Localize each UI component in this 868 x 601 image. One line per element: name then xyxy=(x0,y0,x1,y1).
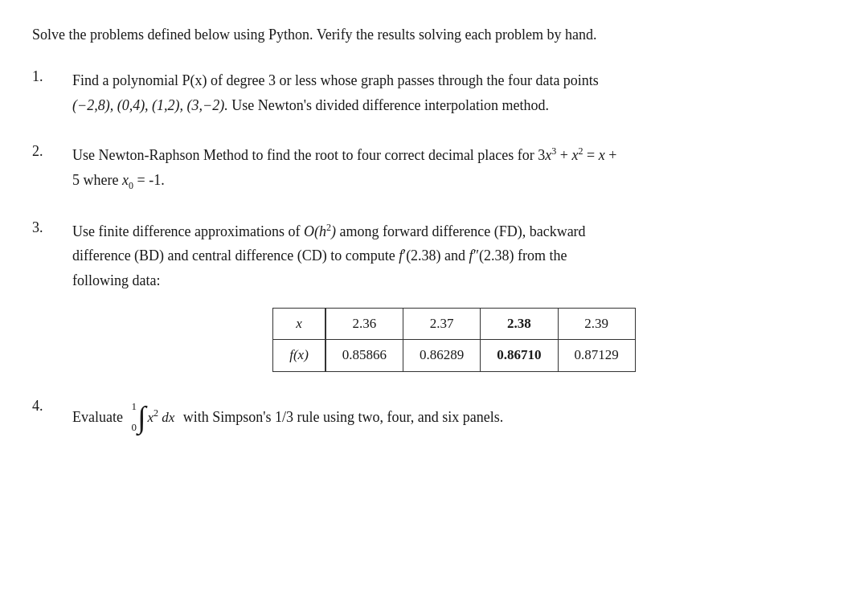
table-header-row: x 2.36 2.37 2.38 2.39 xyxy=(273,308,636,340)
table-fx-238-bold: 0.86710 xyxy=(497,347,541,362)
problem-4: 4. Evaluate 1 0 ∫ x2 dx with Simpson's 1… xyxy=(32,398,836,436)
problem-1-content: Find a polynomial P(x) of degree 3 or le… xyxy=(72,68,836,117)
problem-1: 1. Find a polynomial P(x) of degree 3 or… xyxy=(32,68,836,117)
problem-3: 3. Use finite difference approximations … xyxy=(32,219,836,373)
problem-1-text-before: Find a polynomial P(x) of degree 3 or le… xyxy=(72,72,599,88)
table-x-238-bold: 2.38 xyxy=(507,316,531,331)
problem-4-label: Evaluate xyxy=(72,405,123,430)
table-x-236: 2.36 xyxy=(326,308,403,340)
integral-expression: 1 0 ∫ x2 dx xyxy=(131,398,174,436)
problems-list: 1. Find a polynomial P(x) of degree 3 or… xyxy=(32,68,836,437)
table-fx-238: 0.86710 xyxy=(481,340,558,372)
table-fx-label: f(x) xyxy=(273,340,326,372)
integral-lower-limit: 0 xyxy=(131,419,137,436)
and-word: and xyxy=(168,247,189,264)
table-x-237: 2.37 xyxy=(403,308,481,340)
integral-integrand: x2 dx xyxy=(147,405,174,430)
problem-3-content: Use finite difference approximations of … xyxy=(72,219,836,373)
problem-1-data-points: (−2,8), (0,4), (1,2), (3,−2). xyxy=(72,97,228,113)
problem-2-number: 2. xyxy=(32,143,72,160)
problem-2: 2. Use Newton-Raphson Method to find the… xyxy=(32,143,836,194)
table-fx-236: 0.85866 xyxy=(326,340,403,372)
data-table: x 2.36 2.37 2.38 2.39 f(x) 0.85866 0.862… xyxy=(272,308,636,373)
table-fx-237: 0.86289 xyxy=(403,340,481,372)
table-x-label: x xyxy=(273,308,326,340)
problem-1-number: 1. xyxy=(32,68,72,85)
table-x-239: 2.39 xyxy=(558,308,635,340)
problem-4-content: Evaluate 1 0 ∫ x2 dx with Simpson's 1/3 … xyxy=(72,398,836,436)
table-data-row: f(x) 0.85866 0.86289 0.86710 0.87129 xyxy=(273,340,636,372)
intro-text: Solve the problems defined below using P… xyxy=(32,24,836,46)
problem-2-content: Use Newton-Raphson Method to find the ro… xyxy=(72,143,836,194)
problem-4-number: 4. xyxy=(32,398,72,415)
problem-1-text-after: Use Newton's divided difference interpol… xyxy=(231,97,549,113)
table-fx-239: 0.87129 xyxy=(558,340,635,372)
table-x-238: 2.38 xyxy=(481,308,558,340)
integral-symbol: ∫ xyxy=(137,402,145,432)
integral-upper-limit: 1 xyxy=(131,398,137,415)
problem-3-number: 3. xyxy=(32,219,72,236)
problem-4-suffix: with Simpson's 1/3 rule using two, four,… xyxy=(183,405,504,430)
